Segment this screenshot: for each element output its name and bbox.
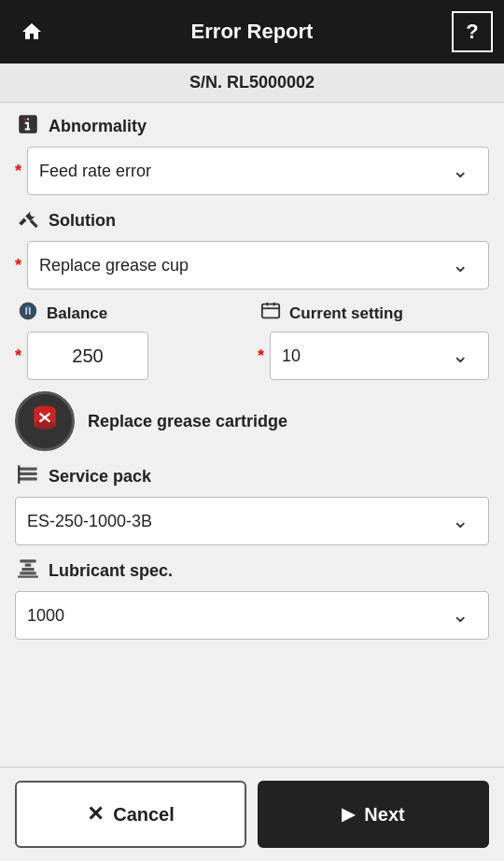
serial-label: S/N. RL5000002 [189,73,315,92]
abnormality-dropdown[interactable]: Feed rate error ⌄ [27,147,489,195]
home-button[interactable] [11,11,52,52]
service-pack-arrow-icon: ⌄ [443,498,477,544]
current-setting-dropdown[interactable]: 10 ⌄ [270,332,489,380]
abnormality-label: Abnormality [49,117,147,136]
lubricant-spec-section: Lubricant spec. 1000 ⌄ [15,557,489,640]
abnormality-field-row: * Feed rate error ⌄ [15,147,489,195]
service-pack-label: Service pack [49,467,151,487]
service-pack-icon [15,462,41,491]
current-setting-header: Current setting [258,301,489,326]
cancel-label: Cancel [113,804,175,826]
lubricant-spec-field-row: 1000 ⌄ [15,591,489,640]
abnormality-arrow-icon: ⌄ [443,148,477,194]
solution-icon [15,206,41,235]
balance-col: Balance * [15,301,246,380]
service-pack-section: Service pack ES-250-1000-3B ⌄ [15,462,489,545]
grease-notice: Replace grease cartridge [15,391,489,451]
current-setting-field-row: * 10 ⌄ [258,332,489,380]
next-label: Next [364,804,404,826]
lubricant-spec-arrow-icon: ⌄ [443,592,477,639]
serial-number: S/N. RL5000002 [0,64,504,103]
lubricant-spec-icon [15,557,41,586]
grease-cartridge-icon-container [15,391,75,451]
header: Error Report ? [0,0,504,64]
svg-rect-11 [19,473,37,475]
solution-section: Solution * Replace grease cup ⌄ [15,206,489,289]
balance-current-section: Balance * [15,301,489,380]
balance-field-row: * [15,332,246,380]
lubricant-spec-value: 1000 [27,606,443,626]
next-play-icon: ▶ [342,804,355,825]
service-pack-field-row: ES-250-1000-3B ⌄ [15,497,489,545]
service-pack-dropdown[interactable]: ES-250-1000-3B ⌄ [15,497,489,545]
balance-input[interactable] [27,332,148,380]
lubricant-spec-dropdown[interactable]: 1000 ⌄ [15,591,489,640]
current-required: * [258,346,264,366]
abnormality-required: * [15,162,21,181]
current-setting-value: 10 [282,346,443,366]
current-setting-arrow-icon: ⌄ [443,332,477,379]
main-content: Abnormality * Feed rate error ⌄ Solution… [0,103,504,767]
solution-dropdown[interactable]: Replace grease cup ⌄ [27,241,489,289]
current-setting-icon [258,301,284,326]
current-setting-col: Current setting * 10 ⌄ [258,301,489,380]
service-pack-value: ES-250-1000-3B [27,512,443,531]
cancel-button[interactable]: ✕ Cancel [15,781,246,848]
svg-rect-13 [18,465,20,484]
svg-rect-14 [20,559,35,562]
solution-label: Solution [49,211,116,231]
solution-required: * [15,256,21,275]
lubricant-spec-header: Lubricant spec. [15,557,489,586]
balance-header: Balance [15,301,246,326]
lubricant-spec-label: Lubricant spec. [49,561,173,581]
svg-rect-10 [19,467,37,470]
help-button[interactable]: ? [452,11,493,52]
abnormality-header: Abnormality [15,112,489,141]
svg-rect-12 [19,477,37,480]
balance-required: * [15,346,21,366]
solution-arrow-icon: ⌄ [443,242,477,289]
balance-label: Balance [47,304,107,323]
page-title: Error Report [191,20,314,44]
home-icon [21,21,43,43]
solution-field-row: * Replace grease cup ⌄ [15,241,489,289]
help-label: ? [466,20,478,44]
balance-current-row: Balance * [15,301,489,380]
balance-icon [15,301,41,326]
next-button[interactable]: ▶ Next [258,781,489,848]
footer: ✕ Cancel ▶ Next [0,767,504,861]
solution-header: Solution [15,206,489,235]
abnormality-icon [15,112,41,141]
abnormality-value: Feed rate error [39,162,443,181]
solution-value: Replace grease cup [39,256,443,275]
grease-svg [28,402,62,435]
svg-rect-1 [262,304,279,318]
svg-point-7 [34,420,55,429]
abnormality-section: Abnormality * Feed rate error ⌄ [15,112,489,195]
grease-cartridge-icon [28,402,62,442]
current-setting-label: Current setting [289,304,403,323]
cancel-x-icon: ✕ [87,802,104,826]
grease-notice-text: Replace grease cartridge [88,412,287,431]
service-pack-header: Service pack [15,462,489,491]
